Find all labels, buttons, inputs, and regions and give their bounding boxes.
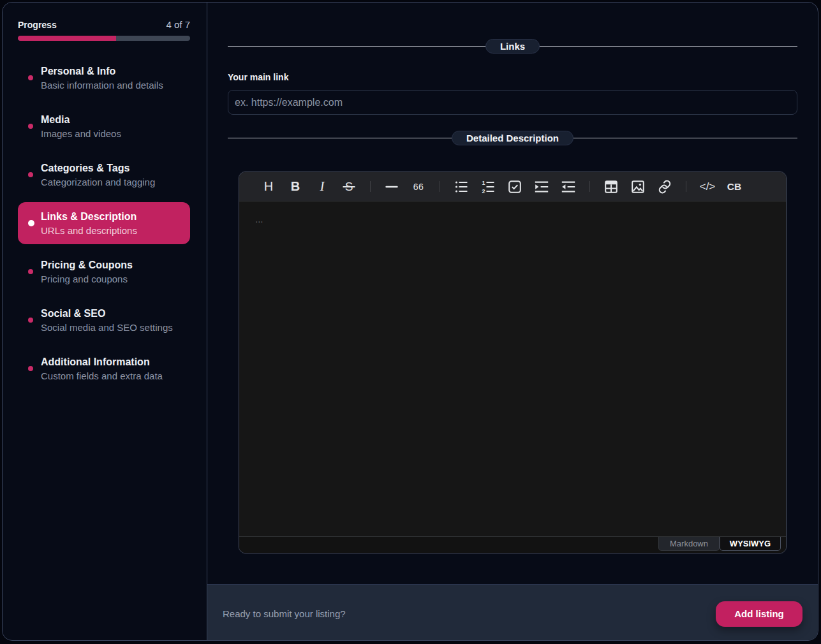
svg-text:1: 1 [482, 179, 485, 186]
svg-text:2: 2 [482, 188, 485, 194]
